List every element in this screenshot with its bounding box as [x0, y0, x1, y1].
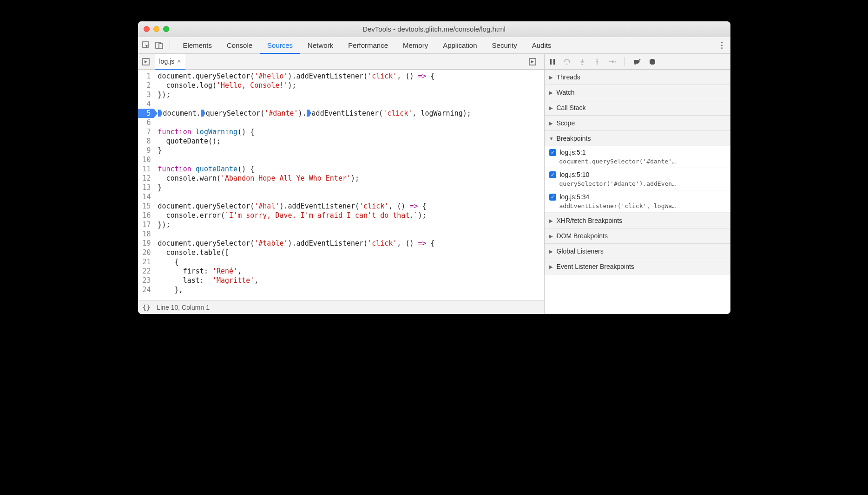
step-over-icon[interactable]: [563, 58, 572, 66]
code-content[interactable]: document.querySelector('#hello').addEven…: [154, 70, 544, 300]
line-number[interactable]: 3: [143, 90, 151, 99]
line-gutter[interactable]: 123456789101112131415161718192021222324: [138, 70, 154, 300]
scope-header[interactable]: ▶Scope: [545, 116, 730, 130]
zoom-window-button[interactable]: [163, 26, 169, 32]
inspect-element-icon[interactable]: [142, 41, 151, 50]
line-number[interactable]: 1: [143, 72, 151, 81]
deactivate-breakpoints-icon[interactable]: [633, 58, 642, 66]
global-listeners-header[interactable]: ▶Global Listeners: [545, 244, 730, 259]
breakpoint-item[interactable]: ✓log.js:5:34addEventListener('click', lo…: [545, 190, 730, 213]
show-debugger-icon[interactable]: [527, 57, 538, 67]
line-number[interactable]: 17: [143, 220, 151, 229]
call-stack-header[interactable]: ▶Call Stack: [545, 100, 730, 115]
line-number[interactable]: 18: [143, 229, 151, 239]
line-number[interactable]: 20: [143, 248, 151, 257]
code-line[interactable]: document.querySelector('#hello').addEven…: [158, 72, 540, 81]
expand-icon: ▶: [549, 264, 554, 269]
minimize-window-button[interactable]: [153, 26, 159, 32]
line-number[interactable]: 8: [143, 137, 151, 146]
tab-application[interactable]: Application: [435, 37, 484, 54]
line-number[interactable]: 21: [143, 257, 151, 267]
code-line[interactable]: [158, 99, 540, 109]
code-line[interactable]: [158, 229, 540, 239]
pause-icon[interactable]: [548, 58, 557, 66]
line-number[interactable]: 12: [143, 174, 151, 183]
column-breakpoint-marker[interactable]: [201, 110, 205, 117]
code-line[interactable]: },: [158, 285, 540, 294]
tab-audits[interactable]: Audits: [525, 37, 559, 54]
line-number[interactable]: 10: [143, 155, 151, 164]
code-line[interactable]: console.error(`I'm sorry, Dave. I'm afra…: [158, 211, 540, 220]
more-options-icon[interactable]: [717, 40, 727, 51]
code-line[interactable]: document.querySelector('#table').addEven…: [158, 239, 540, 248]
code-line[interactable]: function quoteDante() {: [158, 164, 540, 174]
step-out-icon[interactable]: [593, 58, 601, 66]
code-line[interactable]: }: [158, 183, 540, 192]
tab-performance[interactable]: Performance: [341, 37, 395, 54]
code-line[interactable]: });: [158, 90, 540, 99]
line-number[interactable]: 9: [143, 146, 151, 155]
code-line[interactable]: }: [158, 146, 540, 155]
line-number[interactable]: 11: [143, 164, 151, 174]
line-number[interactable]: 15: [143, 202, 151, 211]
step-into-icon[interactable]: [578, 58, 586, 66]
step-icon[interactable]: [608, 58, 616, 66]
pause-on-exceptions-icon[interactable]: [648, 58, 657, 66]
code-line[interactable]: console.table([: [158, 248, 540, 257]
code-line[interactable]: [158, 192, 540, 202]
breakpoint-item[interactable]: ✓log.js:5:10querySelector('#dante').addE…: [545, 168, 730, 190]
line-number[interactable]: 16: [143, 211, 151, 220]
dom-breakpoints-header[interactable]: ▶DOM Breakpoints: [545, 228, 730, 243]
code-line[interactable]: document.querySelector('#dante').addEven…: [158, 109, 540, 118]
code-line[interactable]: [158, 118, 540, 127]
code-line[interactable]: function logWarning() {: [158, 127, 540, 137]
line-number[interactable]: 14: [143, 192, 151, 202]
toolbar-divider: [170, 41, 170, 50]
column-breakpoint-marker[interactable]: [307, 110, 311, 117]
code-line[interactable]: console.log('Hello, Console!');: [158, 81, 540, 90]
line-number[interactable]: 5: [138, 109, 154, 118]
line-number[interactable]: 13: [143, 183, 151, 192]
code-line[interactable]: {: [158, 257, 540, 267]
code-line[interactable]: });: [158, 220, 540, 229]
breakpoint-checkbox[interactable]: ✓: [549, 194, 556, 201]
tab-memory[interactable]: Memory: [395, 37, 435, 54]
code-line[interactable]: first: 'René',: [158, 267, 540, 276]
line-number[interactable]: 24: [143, 285, 151, 294]
tab-elements[interactable]: Elements: [176, 37, 220, 54]
line-number[interactable]: 6: [143, 118, 151, 127]
tab-security[interactable]: Security: [485, 37, 525, 54]
event-listener-breakpoints-header[interactable]: ▶Event Listener Breakpoints: [545, 259, 730, 274]
line-number[interactable]: 2: [143, 81, 151, 90]
tab-sources[interactable]: Sources: [260, 37, 300, 54]
code-line[interactable]: document.querySelector('#hal').addEventL…: [158, 202, 540, 211]
code-editor[interactable]: 123456789101112131415161718192021222324 …: [138, 70, 544, 300]
breakpoints-section: ▼Breakpoints ✓log.js:5:1document.querySe…: [545, 131, 730, 213]
line-number[interactable]: 19: [143, 239, 151, 248]
xhr-breakpoints-header[interactable]: ▶XHR/fetch Breakpoints: [545, 213, 730, 228]
code-line[interactable]: console.warn('Abandon Hope All Ye Who En…: [158, 174, 540, 183]
line-number[interactable]: 22: [143, 267, 151, 276]
code-line[interactable]: quoteDante();: [158, 137, 540, 146]
line-number[interactable]: 23: [143, 276, 151, 285]
code-line[interactable]: [158, 155, 540, 164]
watch-header[interactable]: ▶Watch: [545, 85, 730, 100]
breakpoint-item[interactable]: ✓log.js:5:1document.querySelector('#dant…: [545, 146, 730, 168]
scope-section: ▶Scope: [545, 116, 730, 131]
breakpoint-checkbox[interactable]: ✓: [549, 149, 556, 156]
line-number[interactable]: 4: [143, 99, 151, 109]
line-number[interactable]: 7: [143, 127, 151, 137]
tab-console[interactable]: Console: [219, 37, 260, 54]
code-line[interactable]: last: 'Magritte',: [158, 276, 540, 285]
close-window-button[interactable]: [144, 26, 150, 32]
file-tab-logjs[interactable]: log.js ×: [155, 54, 186, 70]
show-navigator-icon[interactable]: [141, 57, 151, 67]
close-tab-icon[interactable]: ×: [177, 58, 181, 65]
threads-header[interactable]: ▶Threads: [545, 70, 730, 85]
pretty-print-icon[interactable]: {}: [143, 304, 151, 311]
breakpoint-checkbox[interactable]: ✓: [549, 171, 556, 178]
device-toggle-icon[interactable]: [155, 41, 164, 50]
breakpoints-header[interactable]: ▼Breakpoints: [545, 131, 730, 146]
tab-network[interactable]: Network: [300, 37, 341, 54]
column-breakpoint-marker[interactable]: [158, 110, 163, 117]
